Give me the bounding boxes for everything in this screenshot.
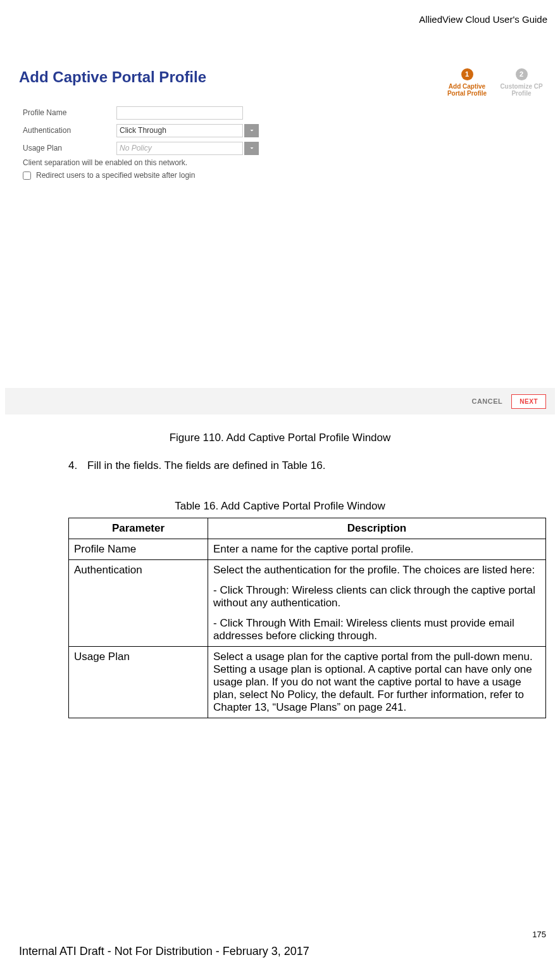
redirect-label: Redirect users to a specified website af… <box>36 171 195 180</box>
authentication-label: Authentication <box>23 126 116 135</box>
profile-name-input[interactable] <box>116 106 243 120</box>
authentication-select[interactable]: Click Through <box>116 124 243 137</box>
authentication-dropdown-button[interactable] <box>244 124 259 137</box>
th-parameter: Parameter <box>69 518 208 539</box>
desc-paragraph: Enter a name for the captive portal prof… <box>213 543 540 556</box>
step-1: 1 Add CaptivePortal Profile <box>440 68 494 97</box>
usage-plan-select[interactable]: No Policy <box>116 142 243 155</box>
screenshot-window: Add Captive Portal Profile 1 Add Captive… <box>5 57 555 415</box>
desc-paragraph: Select the authentication for the profil… <box>213 564 540 577</box>
cell-description: Select a usage plan for the captive port… <box>208 647 546 718</box>
next-button[interactable]: NEXT <box>511 394 546 409</box>
table-body: Profile NameEnter a name for the captive… <box>69 539 546 718</box>
step-2: 2 Customize CPProfile <box>494 68 549 97</box>
desc-paragraph: - Click Through With Email: Wireless cli… <box>213 617 540 642</box>
footer-draft: Internal ATI Draft - Not For Distributio… <box>19 945 309 958</box>
step-2-label: Customize CPProfile <box>494 83 549 97</box>
step-4-text: Fill in the fields. The fields are defin… <box>87 459 325 472</box>
step-1-circle: 1 <box>461 68 473 80</box>
step-4-number: 4. <box>68 459 80 472</box>
cell-parameter: Profile Name <box>69 539 208 560</box>
client-separation-note: Client separation will be enabled on thi… <box>23 158 555 167</box>
redirect-checkbox[interactable] <box>23 172 31 180</box>
table-caption: Table 16. Add Captive Portal Profile Win… <box>0 500 560 513</box>
table-row: Profile NameEnter a name for the captive… <box>69 539 546 560</box>
step-1-label: Add CaptivePortal Profile <box>440 83 494 97</box>
table-row: Usage PlanSelect a usage plan for the ca… <box>69 647 546 718</box>
wizard-stepper: 1 Add CaptivePortal Profile 2 Customize … <box>440 68 549 97</box>
th-description: Description <box>208 518 546 539</box>
parameter-table: Parameter Description Profile NameEnter … <box>68 518 546 718</box>
usage-plan-label: Usage Plan <box>23 144 116 153</box>
profile-name-label: Profile Name <box>23 108 116 117</box>
cancel-button[interactable]: CANCEL <box>471 397 502 405</box>
chevron-down-icon <box>248 144 256 152</box>
cell-description: Enter a name for the captive portal prof… <box>208 539 546 560</box>
form-block: Profile Name Authentication Click Throug… <box>5 94 555 180</box>
desc-paragraph: Select a usage plan for the captive port… <box>213 651 540 714</box>
step-4: 4. Fill in the fields. The fields are de… <box>68 459 541 472</box>
chevron-down-icon <box>248 127 256 134</box>
figure-caption: Figure 110. Add Captive Portal Profile W… <box>0 432 560 444</box>
bottom-bar: CANCEL NEXT <box>5 388 555 415</box>
cell-parameter: Authentication <box>69 560 208 647</box>
page-number: 175 <box>532 930 546 939</box>
cell-description: Select the authentication for the profil… <box>208 560 546 647</box>
table-row: AuthenticationSelect the authentication … <box>69 560 546 647</box>
usage-plan-dropdown-button[interactable] <box>244 142 259 155</box>
doc-title: AlliedView Cloud User's Guide <box>419 14 547 25</box>
cell-parameter: Usage Plan <box>69 647 208 718</box>
step-2-circle: 2 <box>516 68 528 80</box>
desc-paragraph: - Click Through: Wireless clients can cl… <box>213 584 540 609</box>
